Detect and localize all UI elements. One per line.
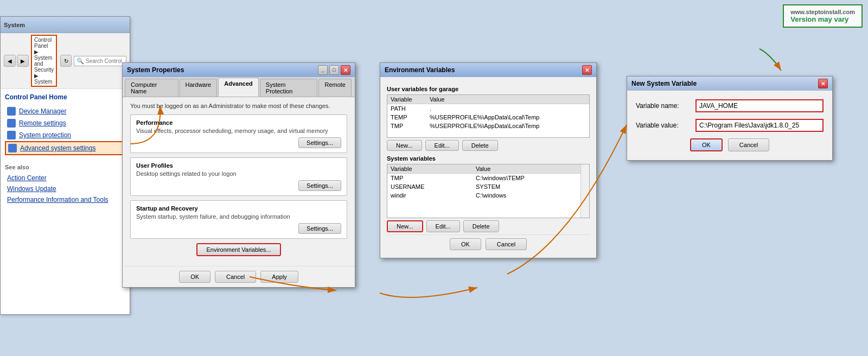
sidebar-panel: Control Panel Home Device Manager Remote… bbox=[1, 89, 131, 209]
close-button[interactable]: ✕ bbox=[341, 65, 350, 75]
env-ok-button[interactable]: OK bbox=[450, 238, 481, 250]
tab-computer-name[interactable]: Computer Name bbox=[125, 79, 178, 97]
startup-section-desc: System startup, system failure, and debu… bbox=[136, 213, 341, 220]
user-delete-button[interactable]: Delete bbox=[462, 140, 498, 151]
sys-var-username-name: USERNAME bbox=[387, 182, 473, 191]
cp-title: System bbox=[4, 22, 25, 28]
tab-hardware[interactable]: Hardware bbox=[180, 79, 218, 97]
user-vars-btn-row: New... Edit... Delete bbox=[387, 140, 590, 151]
new-var-titlebar: New System Variable ✕ bbox=[627, 77, 832, 91]
performance-label: Performance Information and Tools bbox=[7, 196, 108, 204]
cancel-button[interactable]: Cancel bbox=[215, 271, 256, 283]
startup-settings-button[interactable]: Settings... bbox=[298, 223, 341, 234]
refresh-button[interactable]: ↻ bbox=[60, 55, 72, 67]
sys-props-title: System Properties bbox=[127, 66, 184, 74]
var-value-label: Variable value: bbox=[636, 122, 695, 129]
perf-section-title: Performance bbox=[136, 119, 341, 126]
perf-settings-button[interactable]: Settings... bbox=[298, 137, 341, 148]
sidebar-item-label: System protection bbox=[19, 131, 71, 139]
user-var-col-variable: Variable bbox=[387, 95, 426, 104]
sys-vars-scrollbar[interactable] bbox=[580, 164, 589, 218]
new-var-footer: OK Cancel bbox=[636, 138, 824, 151]
profiles-section-desc: Desktop settings related to your logon bbox=[136, 170, 341, 177]
sys-props-title-icons: _ □ ✕ bbox=[318, 65, 350, 75]
new-var-ok-button[interactable]: OK bbox=[690, 138, 723, 151]
sys-var-col-value: Value bbox=[473, 164, 589, 174]
tab-advanced[interactable]: Advanced bbox=[218, 78, 259, 97]
user-var-temp-value: %USERPROFILE%\AppData\Local\Temp bbox=[426, 113, 589, 122]
tab-system-protection[interactable]: System Protection bbox=[260, 79, 318, 97]
user-var-row-temp[interactable]: TEMP %USERPROFILE%\AppData\Local\Temp bbox=[387, 113, 589, 122]
sidebar-item-performance[interactable]: Performance Information and Tools bbox=[5, 194, 126, 205]
user-new-button[interactable]: New... bbox=[387, 140, 422, 151]
control-panel-window: System ◀ ▶ Control Panel ▶ System and Se… bbox=[0, 16, 130, 315]
new-var-cancel-button[interactable]: Cancel bbox=[728, 138, 769, 151]
tab-bar: Computer Name Hardware Advanced System P… bbox=[123, 77, 355, 97]
new-system-variable-dialog: New System Variable ✕ Variable name: Var… bbox=[627, 76, 833, 161]
sidebar-title: Control Panel Home bbox=[5, 93, 126, 101]
sys-props-titlebar: System Properties _ □ ✕ bbox=[123, 63, 355, 77]
sys-vars-btn-row: New... Edit... Delete bbox=[387, 220, 590, 232]
env-cancel-button[interactable]: Cancel bbox=[486, 238, 527, 250]
var-name-input[interactable] bbox=[695, 99, 824, 112]
new-var-title: New System Variable bbox=[631, 80, 697, 87]
user-var-path-name: PATH bbox=[387, 104, 426, 113]
sidebar-item-action-center[interactable]: Action Center bbox=[5, 173, 126, 183]
user-var-temp-name: TEMP bbox=[387, 113, 426, 122]
var-value-row: Variable value: bbox=[636, 119, 824, 132]
ok-button[interactable]: OK bbox=[179, 271, 210, 283]
cp-titlebar: System bbox=[1, 17, 130, 33]
sys-var-tmp-name: TMP bbox=[387, 174, 473, 183]
sidebar-item-device-manager[interactable]: Device Manager bbox=[5, 105, 126, 117]
watermark: www.steptoinstall.com Version may vary bbox=[783, 4, 863, 28]
sys-vars-table: Variable Value TMP C:\windows\TEMP USERN… bbox=[387, 164, 589, 200]
sys-var-tmp-value: C:\windows\TEMP bbox=[473, 174, 589, 183]
sys-edit-button[interactable]: Edit... bbox=[426, 220, 460, 232]
performance-section: Performance Visual effects, processor sc… bbox=[130, 115, 347, 153]
sys-new-button[interactable]: New... bbox=[387, 220, 423, 232]
watermark-url: www.steptoinstall.com bbox=[790, 9, 855, 15]
var-name-label: Variable name: bbox=[636, 102, 695, 110]
user-var-row-path[interactable]: PATH . bbox=[387, 104, 589, 113]
sidebar-item-remote-settings[interactable]: Remote settings bbox=[5, 117, 126, 129]
sidebar-item-advanced-settings[interactable]: Advanced system settings bbox=[5, 141, 126, 155]
perf-section-desc: Visual effects, processor scheduling, me… bbox=[136, 128, 341, 134]
action-center-label: Action Center bbox=[7, 174, 47, 182]
tab-remote[interactable]: Remote bbox=[318, 79, 352, 97]
address-bar[interactable]: Control Panel ▶ System and Security ▶ Sy… bbox=[31, 35, 57, 87]
new-var-close-button[interactable]: ✕ bbox=[818, 79, 828, 88]
var-value-input[interactable] bbox=[695, 119, 824, 132]
cp-toolbar: ◀ ▶ Control Panel ▶ System and Security … bbox=[1, 33, 130, 89]
sidebar-item-system-protection[interactable]: System protection bbox=[5, 129, 126, 141]
sidebar-item-label: Remote settings bbox=[19, 119, 66, 127]
startup-recovery-section: Startup and Recovery System startup, sys… bbox=[130, 200, 347, 239]
env-vars-body: User variables for garage Variable Value… bbox=[380, 77, 596, 258]
sidebar-item-windows-update[interactable]: Windows Update bbox=[5, 183, 126, 194]
forward-button[interactable]: ▶ bbox=[17, 55, 29, 67]
sys-var-username-value: SYSTEM bbox=[473, 182, 589, 191]
env-vars-close-button[interactable]: ✕ bbox=[582, 65, 592, 75]
sys-var-row-windir[interactable]: windir C:\windows bbox=[387, 191, 589, 200]
see-also-label: See also bbox=[5, 164, 126, 170]
admin-info-text: You must be logged on as an Administrato… bbox=[130, 103, 347, 109]
device-manager-icon bbox=[7, 107, 16, 116]
back-button[interactable]: ◀ bbox=[4, 55, 16, 67]
system-properties-dialog: System Properties _ □ ✕ Computer Name Ha… bbox=[122, 62, 355, 288]
sys-var-row-tmp[interactable]: TMP C:\windows\TEMP bbox=[387, 174, 589, 183]
search-icon: 🔍 bbox=[76, 58, 84, 65]
env-vars-title-icons: ✕ bbox=[582, 65, 592, 75]
search-box[interactable]: 🔍 bbox=[74, 56, 126, 66]
apply-button[interactable]: Apply bbox=[260, 271, 298, 283]
env-vars-titlebar: Environment Variables ✕ bbox=[380, 63, 596, 77]
search-input[interactable] bbox=[86, 58, 124, 64]
profiles-settings-button[interactable]: Settings... bbox=[298, 180, 341, 191]
user-var-row-tmp[interactable]: TMP %USERPROFILE%\AppData\Local\Temp bbox=[387, 122, 589, 130]
sys-delete-button[interactable]: Delete bbox=[463, 220, 499, 232]
user-edit-button[interactable]: Edit... bbox=[425, 140, 459, 151]
sys-var-row-username[interactable]: USERNAME SYSTEM bbox=[387, 182, 589, 191]
minimize-button[interactable]: _ bbox=[318, 65, 328, 75]
env-vars-button[interactable]: Environment Variables... bbox=[196, 243, 280, 256]
maximize-button[interactable]: □ bbox=[329, 65, 339, 75]
env-vars-footer: OK Cancel bbox=[387, 234, 590, 253]
sys-props-footer: OK Cancel Apply bbox=[123, 266, 355, 287]
